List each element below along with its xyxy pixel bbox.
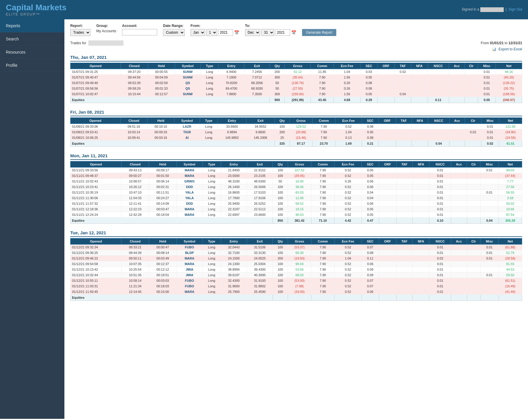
report-select[interactable]: Trades — [70, 29, 90, 36]
table-cell: 7.90 — [311, 195, 334, 201]
column-header: Exit — [246, 118, 275, 124]
table-cell: 00:09:33 — [147, 129, 174, 135]
table-cell — [379, 168, 396, 173]
date-range-select[interactable]: Custom — [163, 29, 185, 36]
table-cell — [396, 267, 412, 272]
footer-cell: 0.21 — [362, 141, 379, 147]
table-cell — [449, 80, 465, 86]
table-cell — [379, 201, 396, 206]
table-cell: 0.52 — [334, 184, 361, 190]
to-month-select[interactable]: Dec — [245, 29, 260, 36]
table-cell: 09:51:16 — [120, 124, 147, 129]
from-day-select[interactable]: 1 — [206, 29, 217, 36]
table-cell: 200 — [273, 256, 288, 261]
to-year-input[interactable] — [275, 29, 290, 36]
table-cell: Long — [203, 284, 221, 289]
table-cell: 7.90 — [311, 75, 334, 80]
table-cell — [451, 206, 467, 212]
footer-cell: 850 — [273, 218, 288, 224]
column-header: NFA — [412, 238, 429, 245]
column-header: NFA — [412, 118, 428, 124]
sidebar-item-resources[interactable]: Resources — [0, 46, 64, 59]
table-cell — [428, 69, 449, 75]
sign-out-link[interactable]: Sign Out — [508, 7, 522, 11]
table-cell: 31.5106 — [247, 245, 273, 250]
table-cell: Long — [203, 168, 221, 173]
table-cell: 7.2456 — [244, 69, 270, 75]
table-cell — [467, 284, 480, 289]
table-cell — [395, 80, 411, 86]
table-cell — [379, 289, 396, 295]
table-cell: 01/11/21 12:24:24 — [71, 212, 121, 218]
column-header: Clr — [465, 118, 481, 124]
account-input[interactable] — [122, 29, 157, 35]
table-cell: 0.05 — [360, 91, 377, 97]
table-cell — [379, 195, 396, 201]
export-to-excel-link[interactable]: 📊 Export to Excel — [492, 47, 522, 51]
table-cell: (16.46) — [289, 135, 313, 141]
footer-cell: 23.70 — [313, 141, 335, 147]
table-cell: SUNW — [175, 91, 200, 97]
footer-cell — [273, 295, 288, 301]
table-cell — [412, 179, 429, 184]
column-header: ORF — [377, 63, 395, 69]
table-cell — [451, 212, 467, 218]
table-cell: 11:54:33 — [121, 195, 149, 201]
table-cell — [412, 289, 429, 295]
table-cell — [379, 261, 396, 267]
trades-for-row: Trades for From 01/01/21 to 12/31/21 — [70, 40, 522, 46]
table-cell: Long — [200, 129, 218, 135]
table-cell — [396, 195, 412, 201]
date-range-group: Date Range: Custom — [163, 24, 185, 36]
column-header: Clr — [464, 63, 478, 69]
table-cell: 7.90 — [311, 272, 334, 278]
table-cell: 10:15:44 — [121, 91, 148, 97]
table-cell: 01/12/21 10:13:42 — [71, 267, 121, 272]
from-calendar-icon[interactable]: 📅 — [234, 30, 239, 35]
table-row: 01/12/21 11:03:3111:21:3400:18:03FUBOLon… — [71, 284, 522, 289]
table-cell: FUBO — [176, 284, 203, 289]
table-cell — [465, 124, 481, 129]
sidebar-item-profile[interactable]: Profile — [0, 59, 64, 72]
sidebar-item-search[interactable]: Search — [0, 33, 64, 46]
column-header: NSCC — [429, 161, 451, 168]
from-month-select[interactable]: Jan — [191, 29, 205, 36]
table-cell: 0.52 — [334, 212, 361, 218]
table-cell: 100 — [273, 250, 288, 256]
table-cell: 17.7900 — [221, 195, 247, 201]
table-cell — [480, 173, 498, 179]
to-day-select[interactable]: 31 — [261, 29, 274, 36]
table-cell: 01/12/21 11:03:31 — [71, 284, 121, 289]
table-cell: 10.66 — [498, 206, 522, 212]
table-cell: 11:21:34 — [121, 284, 149, 289]
footer-cell — [467, 218, 480, 224]
table-cell: 24.1300 — [221, 261, 247, 267]
column-header: ORF — [379, 118, 396, 124]
table-cell: 25.9400 — [221, 201, 247, 206]
sidebar-item-reports[interactable]: Reports — [0, 19, 64, 33]
table-cell: 01/12/21 11:50:45 — [71, 289, 121, 295]
table-cell — [464, 91, 478, 97]
table-cell: 58.52 — [288, 201, 311, 206]
table-cell: 0.52 — [334, 261, 361, 267]
table-cell: Long — [203, 278, 221, 284]
footer-cell: 900 — [270, 97, 285, 103]
to-calendar-icon[interactable]: 📅 — [291, 30, 296, 35]
generate-report-button[interactable]: Generate Report — [302, 29, 336, 36]
day-section: Thu, Jan 07, 2021OpenedClosedHeldSymbolT… — [70, 54, 522, 103]
table-cell: 81.55 — [498, 261, 522, 267]
table-cell — [451, 201, 467, 206]
table-cell: 7.90 — [311, 173, 334, 179]
table-cell: 0.01 — [480, 245, 498, 250]
table-cell: 0.01 — [478, 80, 496, 86]
group-label: Group: — [96, 24, 116, 28]
table-cell: 33.6600 — [218, 124, 246, 129]
footer-cell: 0.10 — [429, 218, 451, 224]
table-cell: 0.05 — [361, 206, 379, 212]
table-cell — [412, 206, 429, 212]
day-header: Mon, Jan 11, 2021 — [70, 152, 522, 160]
table-cell — [480, 289, 498, 295]
table-cell: 100 — [273, 168, 288, 173]
table-cell — [467, 272, 480, 278]
from-year-input[interactable] — [218, 29, 233, 36]
